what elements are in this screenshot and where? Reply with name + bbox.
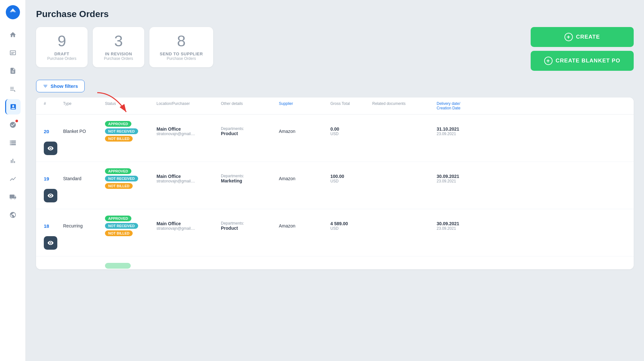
row-gross-20: 0.00 USD: [330, 126, 372, 136]
row-location-20: Main Office stratonovajn@gmail....: [156, 126, 221, 136]
stat-cards: 9 DRAFT Purchase Orders 3 IN REVISION Pu…: [36, 27, 526, 67]
row-supplier-19: Amazon: [279, 176, 330, 181]
sidebar-item-notes[interactable]: [5, 81, 21, 97]
row-action-view-20[interactable]: [44, 142, 57, 155]
row-num-19[interactable]: 19: [44, 176, 63, 181]
creation-date: 23.09.2021: [437, 132, 475, 136]
delivery-date: 30.09.2021: [437, 221, 475, 226]
app-logo[interactable]: [6, 5, 20, 19]
badge-not-received: NOT RECEIVED: [105, 223, 138, 229]
create-blanket-icon: +: [544, 57, 553, 65]
row-location-18: Main Office stratonovajn@gmail....: [156, 221, 221, 231]
dept-label: Departments:: [221, 126, 279, 131]
col-header-other-details: Other details: [221, 101, 279, 110]
sidebar-item-storage[interactable]: [5, 135, 21, 151]
row-supplier-20: Amazon: [279, 129, 330, 134]
badge-not-billed: NOT BILLED: [105, 136, 133, 142]
show-filters-button[interactable]: Show filters: [36, 80, 85, 92]
table-row: 20 Blanket PO APPROVED NOT RECEIVED NOT …: [36, 115, 634, 162]
sidebar-item-integrations[interactable]: [5, 207, 21, 223]
gross-amount: 0.00: [330, 126, 372, 132]
badge-not-billed: NOT BILLED: [105, 230, 133, 236]
col-header-gross-total: Gross Total: [330, 101, 372, 110]
gross-currency: USD: [330, 226, 372, 231]
delivery-date: 31.10.2021: [437, 126, 475, 132]
badge-approved: APPROVED: [105, 121, 131, 127]
dept-value: Product: [221, 226, 279, 231]
badge-approved: APPROVED: [105, 216, 131, 221]
table-row-partial: [36, 256, 634, 269]
location-name: Main Office: [156, 174, 221, 179]
col-header-dates: Delivery date/ Creation Date: [437, 101, 475, 110]
dept-label: Departments:: [221, 174, 279, 178]
sidebar-item-documents[interactable]: [5, 63, 21, 79]
sidebar-item-home[interactable]: [5, 27, 21, 42]
row-type-20: Blanket PO: [63, 129, 105, 134]
col-header-location: Location/Purchaser: [156, 101, 221, 110]
col-header-type: Type: [63, 101, 105, 110]
gross-currency: USD: [330, 179, 372, 183]
dept-label: Departments:: [221, 221, 279, 226]
send-to-supplier-count: 8: [160, 33, 203, 49]
row-num-18[interactable]: 18: [44, 223, 63, 229]
badge-not-received: NOT RECEIVED: [105, 128, 138, 134]
location-name: Main Office: [156, 126, 221, 132]
in-revision-sub: Purchase Orders: [103, 56, 134, 61]
row-badges-20: APPROVED NOT RECEIVED NOT BILLED: [105, 121, 156, 142]
svg-point-0: [6, 5, 20, 19]
in-revision-count: 3: [103, 33, 134, 49]
row-type-18: Recurring: [63, 223, 105, 228]
filter-bar: Show filters: [36, 80, 634, 92]
row-dates-18: 30.09.2021 23.09.2021: [437, 221, 475, 231]
sidebar-item-analytics[interactable]: [5, 171, 21, 187]
row-action-view-19[interactable]: [44, 189, 57, 202]
top-row: 9 DRAFT Purchase Orders 3 IN REVISION Pu…: [36, 27, 634, 71]
table-row: 19 Standard APPROVED NOT RECEIVED NOT BI…: [36, 162, 634, 209]
draft-label: DRAFT: [46, 51, 77, 56]
creation-date: 23.09.2021: [437, 179, 475, 183]
gross-amount: 100.00: [330, 174, 372, 179]
row-dates-20: 31.10.2021 23.09.2021: [437, 126, 475, 136]
in-revision-label: IN REVISION: [103, 51, 134, 56]
delivery-date: 30.09.2021: [437, 174, 475, 179]
stat-card-send-to-supplier[interactable]: 8 SEND TO SUPPLIER Purchase Orders: [149, 27, 213, 67]
draft-sub: Purchase Orders: [46, 56, 77, 61]
badge-approved: APPROVED: [105, 168, 131, 174]
row-gross-18: 4 589.00 USD: [330, 221, 372, 231]
send-to-supplier-label: SEND TO SUPPLIER: [160, 51, 203, 56]
sidebar-item-approvals[interactable]: [5, 117, 21, 133]
action-buttons: + CREATE + CREATE BLANKET PO: [531, 27, 634, 71]
dept-value: Marketing: [221, 178, 279, 183]
stat-card-in-revision[interactable]: 3 IN REVISION Purchase Orders: [93, 27, 144, 67]
draft-count: 9: [46, 33, 77, 49]
sidebar-item-reports[interactable]: [5, 153, 21, 169]
badge-not-billed: NOT BILLED: [105, 183, 133, 189]
filter-icon: [43, 84, 48, 89]
main-content: Purchase Orders 9 DRAFT Purchase Orders …: [26, 0, 644, 361]
create-blanket-po-button[interactable]: + CREATE BLANKET PO: [531, 51, 634, 71]
row-dates-19: 30.09.2021 23.09.2021: [437, 174, 475, 183]
sidebar-item-orders[interactable]: [5, 45, 21, 60]
table-header: # Type Status Location/Purchaser Other d…: [36, 97, 634, 115]
row-num-20[interactable]: 20: [44, 129, 63, 134]
row-other-details-20: Departments: Product: [221, 126, 279, 136]
purchase-orders-table: # Type Status Location/Purchaser Other d…: [36, 97, 634, 269]
badge-not-received: NOT RECEIVED: [105, 176, 138, 181]
gross-currency: USD: [330, 132, 372, 136]
col-header-supplier: Supplier: [279, 101, 330, 110]
row-action-view-18[interactable]: [44, 236, 57, 250]
location-name: Main Office: [156, 221, 221, 226]
dept-value: Product: [221, 131, 279, 136]
col-header-status: Status: [105, 101, 156, 110]
row-supplier-18: Amazon: [279, 223, 330, 228]
sidebar-item-purchase-orders[interactable]: [5, 99, 21, 115]
location-email: stratonovajn@gmail....: [156, 226, 221, 231]
creation-date: 23.09.2021: [437, 226, 475, 231]
table-row: 18 Recurring APPROVED NOT RECEIVED NOT B…: [36, 209, 634, 256]
create-button[interactable]: + CREATE: [531, 27, 634, 47]
row-location-19: Main Office stratonovajn@gmail....: [156, 174, 221, 183]
row-badges-18: APPROVED NOT RECEIVED NOT BILLED: [105, 216, 156, 236]
sidebar-item-delivery[interactable]: [5, 189, 21, 205]
create-icon: +: [564, 33, 573, 41]
stat-card-draft[interactable]: 9 DRAFT Purchase Orders: [36, 27, 88, 67]
